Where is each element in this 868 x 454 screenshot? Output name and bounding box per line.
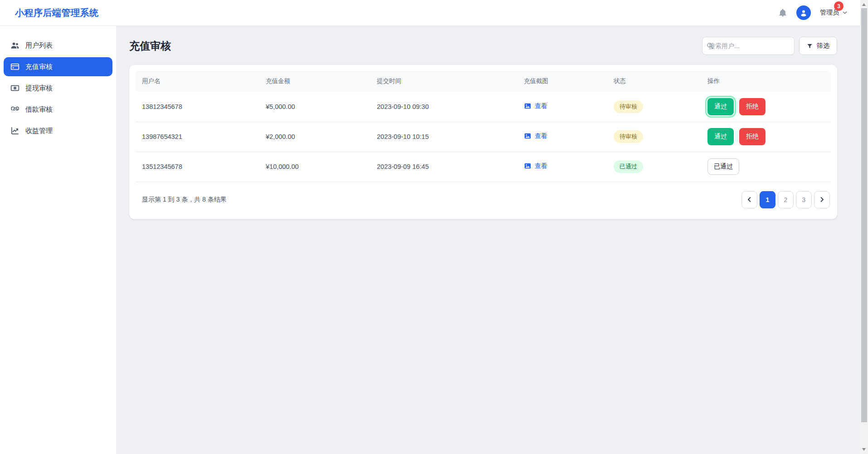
view-label: 查看: [535, 102, 547, 110]
pagination: 1 2 3: [741, 191, 831, 208]
screenshot-cell: 查看: [517, 152, 607, 182]
table-row: 13512345678 ¥10,000.00 2023-09-09 16:45 …: [136, 152, 831, 182]
view-screenshot-link[interactable]: 查看: [524, 132, 547, 140]
main-header: 充值审核 筛选: [129, 37, 837, 55]
scroll-down-arrow[interactable]: [862, 448, 866, 451]
status-cell: 已通过: [607, 152, 701, 182]
sidebar-item-loan-review[interactable]: 借款审核: [4, 100, 112, 119]
sidebar-item-label: 借款审核: [25, 105, 53, 114]
status-cell: 待审核: [607, 92, 701, 122]
amount-cell: ¥2,000.00: [259, 122, 371, 152]
filter-button[interactable]: 筛选: [799, 37, 837, 55]
main-content: 充值审核 筛选 用户名 充值金额 提交时间: [116, 26, 853, 219]
col-status: 状态: [607, 71, 701, 92]
page-button-3[interactable]: 3: [796, 191, 812, 208]
view-screenshot-link[interactable]: 查看: [524, 102, 547, 110]
action-cell: 已通过: [701, 152, 831, 182]
page-button-1[interactable]: 1: [760, 191, 775, 208]
bell-icon[interactable]: [778, 8, 787, 17]
avatar[interactable]: [796, 5, 811, 20]
sidebar-item-recharge-review[interactable]: 充值审核: [4, 57, 112, 76]
top-bar: 小程序后端管理系统 管理员 3: [0, 0, 868, 26]
prev-page-button[interactable]: [741, 191, 757, 208]
approve-button[interactable]: 通过: [707, 128, 734, 145]
search-box: [702, 37, 795, 55]
view-label: 查看: [535, 132, 547, 140]
username-cell: 13812345678: [136, 92, 259, 122]
notification-badge[interactable]: 3: [834, 1, 844, 11]
chevron-left-icon: [746, 196, 753, 203]
chart-line-icon: [10, 126, 20, 135]
sidebar-item-withdraw-review[interactable]: 提现审核: [4, 79, 112, 98]
filter-icon: [807, 43, 813, 49]
screenshot-cell: 查看: [517, 122, 607, 152]
action-cell: 通过 拒绝: [701, 92, 831, 122]
status-cell: 待审核: [607, 122, 701, 152]
col-screenshot: 充值截图: [517, 71, 607, 92]
results-summary: 显示第 1 到 3 条，共 8 条结果: [136, 196, 227, 204]
next-page-button[interactable]: [814, 191, 830, 208]
col-amount: 充值金额: [259, 71, 371, 92]
sidebar-item-earnings[interactable]: 收益管理: [4, 121, 112, 140]
scrollbar-thumb[interactable]: [861, 8, 867, 422]
sidebar-item-label: 提现审核: [25, 84, 53, 93]
header-controls: 筛选: [702, 37, 837, 55]
col-username: 用户名: [136, 71, 259, 92]
time-cell: 2023-09-10 09:30: [371, 92, 517, 122]
scroll-up-arrow[interactable]: [862, 3, 866, 6]
filter-label: 筛选: [817, 42, 829, 50]
approve-button[interactable]: 通过: [707, 98, 734, 115]
status-badge: 待审核: [614, 100, 643, 113]
money-bill-icon: [10, 84, 20, 93]
sidebar-item-label: 用户列表: [25, 41, 53, 50]
review-table-card: 用户名 充值金额 提交时间 充值截图 状态 操作 13812345678 ¥5,…: [129, 65, 837, 219]
time-cell: 2023-09-09 16:45: [371, 152, 517, 182]
admin-menu[interactable]: 管理员: [820, 9, 848, 17]
col-action: 操作: [701, 71, 831, 92]
chevron-right-icon: [819, 196, 825, 203]
chevron-down-icon: [842, 10, 848, 16]
table-header-row: 用户名 充值金额 提交时间 充值截图 状态 操作: [136, 71, 831, 92]
user-icon: [799, 8, 808, 17]
action-cell: 通过 拒绝: [701, 122, 831, 152]
image-icon: [524, 162, 532, 170]
image-icon: [524, 102, 532, 110]
credit-card-icon: [10, 62, 20, 71]
page-button-2[interactable]: 2: [778, 191, 794, 208]
users-icon: [10, 41, 20, 50]
recharge-table: 用户名 充值金额 提交时间 充值截图 状态 操作 13812345678 ¥5,…: [136, 71, 831, 182]
sidebar-item-label: 收益管理: [25, 127, 53, 135]
sidebar: 用户列表 充值审核 提现审核 借款审核 收益管理: [0, 26, 116, 454]
status-badge: 待审核: [614, 130, 643, 143]
table-row: 13987654321 ¥2,000.00 2023-09-10 10:15 查…: [136, 122, 831, 152]
sidebar-item-label: 充值审核: [25, 63, 53, 71]
app-title: 小程序后端管理系统: [15, 7, 99, 19]
amount-cell: ¥5,000.00: [259, 92, 371, 122]
table-footer: 显示第 1 到 3 条，共 8 条结果 1 2 3: [136, 182, 831, 219]
search-input[interactable]: [702, 37, 795, 55]
page-title: 充值审核: [129, 39, 171, 53]
reject-button[interactable]: 拒绝: [739, 98, 766, 115]
time-cell: 2023-09-10 10:15: [371, 122, 517, 152]
status-badge: 已通过: [614, 160, 643, 173]
col-time: 提交时间: [371, 71, 517, 92]
table-row: 13812345678 ¥5,000.00 2023-09-10 09:30 查…: [136, 92, 831, 122]
view-screenshot-link[interactable]: 查看: [524, 162, 547, 170]
username-cell: 13512345678: [136, 152, 259, 182]
screenshot-cell: 查看: [517, 92, 607, 122]
handshake-icon: [10, 105, 20, 114]
view-label: 查看: [535, 162, 547, 170]
vertical-scrollbar: [860, 0, 868, 454]
reject-button[interactable]: 拒绝: [739, 128, 766, 145]
approved-disabled-button: 已通过: [707, 158, 739, 175]
image-icon: [524, 132, 532, 140]
username-cell: 13987654321: [136, 122, 259, 152]
sidebar-item-users[interactable]: 用户列表: [4, 36, 112, 55]
amount-cell: ¥10,000.00: [259, 152, 371, 182]
